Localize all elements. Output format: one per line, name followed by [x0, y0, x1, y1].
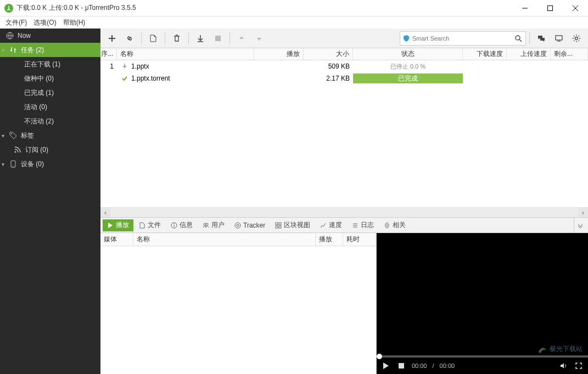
sidebar-item-downloading[interactable]: 正在下载 (1): [0, 57, 100, 71]
media-col-media[interactable]: 媒体: [100, 233, 133, 246]
tab-play[interactable]: 播放: [103, 219, 133, 231]
start-button[interactable]: [192, 31, 209, 46]
maximize-button[interactable]: [537, 0, 563, 16]
column-dl[interactable]: 下载速度: [463, 48, 507, 60]
media-col-duration[interactable]: 耗时: [343, 233, 376, 246]
search-icon[interactable]: [511, 35, 525, 42]
sidebar-label: 已完成 (1): [24, 88, 54, 98]
stop-playback-button[interactable]: [396, 361, 406, 371]
sidebar-label: 订阅 (0): [25, 145, 48, 155]
search-box[interactable]: [400, 31, 526, 46]
sidebar-item-devices[interactable]: ▾ 设备 (0): [0, 157, 100, 171]
window-title: 下载:0.0 K 上传:0.0 K - μTorrentPro 3.5.5: [16, 3, 512, 13]
seek-bar[interactable]: [377, 355, 588, 358]
remove-button[interactable]: [169, 31, 185, 46]
add-url-button[interactable]: [121, 31, 138, 46]
sidebar-label: Now: [18, 32, 31, 39]
menu-options[interactable]: 选项(O): [30, 17, 59, 29]
svg-point-19: [173, 223, 175, 224]
device-icon: [9, 160, 18, 168]
shield-icon: [400, 35, 412, 42]
svg-rect-32: [399, 363, 404, 369]
minimize-button[interactable]: [512, 0, 537, 16]
sidebar-item-active[interactable]: 活动 (0): [0, 100, 100, 114]
time-duration: 00:00: [440, 362, 455, 369]
settings-button[interactable]: [568, 31, 585, 46]
sidebar-item-now[interactable]: Now: [0, 29, 100, 43]
svg-point-8: [13, 166, 14, 167]
tab-trackers[interactable]: Tracker: [230, 219, 270, 231]
status-text: 已完成: [353, 73, 463, 83]
search-input[interactable]: [412, 35, 511, 42]
scroll-left-icon[interactable]: ‹: [100, 208, 110, 218]
column-size[interactable]: 大小: [304, 48, 353, 60]
sidebar-item-seeding[interactable]: 做种中 (0): [0, 71, 100, 86]
svg-rect-11: [215, 36, 221, 41]
tab-files[interactable]: 文件: [135, 219, 165, 231]
move-up-button[interactable]: [233, 31, 250, 46]
collapse-icon[interactable]: ▾: [0, 161, 5, 167]
tab-peers[interactable]: 用户: [198, 219, 229, 231]
sidebar-item-inactive[interactable]: 不活动 (2): [0, 114, 100, 128]
menu-help[interactable]: 帮助(H): [60, 17, 89, 29]
chat-button[interactable]: [533, 31, 550, 46]
column-ul[interactable]: 上传速度: [507, 48, 551, 60]
sidebar-item-labels[interactable]: ▾ 标签: [0, 128, 100, 143]
fullscreen-button[interactable]: [574, 361, 584, 371]
svg-point-16: [575, 37, 578, 39]
sidebar-label: 任务 (2): [21, 46, 44, 55]
play-button[interactable]: [381, 361, 391, 371]
sidebar-item-feeds[interactable]: 订阅 (0): [0, 143, 100, 157]
volume-button[interactable]: [558, 361, 568, 371]
svg-line-13: [519, 39, 522, 42]
remote-button[interactable]: [551, 31, 567, 46]
rss-icon: [13, 145, 22, 154]
collapse-icon[interactable]: ▾: [0, 47, 5, 53]
horizontal-scrollbar[interactable]: ‹ ›: [100, 207, 588, 217]
collapse-icon[interactable]: ▾: [0, 133, 5, 139]
add-torrent-button[interactable]: [104, 31, 120, 46]
tab-related[interactable]: 相关: [379, 219, 410, 231]
column-remaining[interactable]: 剩余...: [551, 48, 588, 60]
menu-file[interactable]: 文件(F): [2, 17, 30, 29]
video-canvas[interactable]: [377, 233, 588, 355]
column-name[interactable]: 名称: [117, 48, 254, 60]
sidebar-label: 正在下载 (1): [24, 60, 60, 69]
column-status[interactable]: 状态: [353, 48, 463, 60]
column-play[interactable]: 播放: [254, 48, 304, 60]
tab-info[interactable]: 信息: [166, 219, 197, 231]
stop-button[interactable]: [210, 31, 226, 46]
toolbar: [100, 29, 588, 48]
svg-point-22: [235, 223, 240, 228]
tab-log[interactable]: 日志: [348, 219, 378, 231]
cell-seq: [100, 72, 117, 84]
create-torrent-button[interactable]: [145, 31, 161, 46]
column-seq[interactable]: 序...: [100, 48, 117, 60]
torrent-row[interactable]: 1.pptx.torrent 2.17 KB 已完成: [100, 72, 588, 84]
svg-point-6: [15, 151, 16, 153]
sidebar: Now ▾ 任务 (2) 正在下载 (1) 做种中 (0) 已完成 (1) 活动…: [0, 29, 100, 374]
torrent-row[interactable]: 1 1.pptx 509 KB 已停止 0.0 %: [100, 60, 588, 72]
cell-seq: 1: [100, 60, 117, 72]
transfer-icon: [9, 46, 18, 54]
cell-size: 2.17 KB: [304, 72, 353, 84]
status-text: 已停止 0.0 %: [390, 63, 425, 71]
scroll-right-icon[interactable]: ›: [578, 208, 588, 218]
media-list: 媒体 名称 播放 耗时: [100, 233, 377, 374]
tab-speed[interactable]: 速度: [316, 219, 346, 231]
move-down-button[interactable]: [251, 31, 267, 46]
download-arrow-icon: [120, 62, 129, 71]
media-col-play[interactable]: 播放: [316, 233, 343, 246]
close-button[interactable]: [563, 0, 588, 16]
sidebar-item-completed[interactable]: 已完成 (1): [0, 86, 100, 100]
sidebar-item-tasks[interactable]: ▾ 任务 (2): [0, 43, 100, 57]
tab-pieces[interactable]: 区块视图: [271, 219, 315, 231]
app-logo-icon: [4, 4, 13, 13]
list-header: 序... 名称 播放 大小 状态 下载速度 上传速度 剩余...: [100, 48, 588, 60]
media-col-name[interactable]: 名称: [133, 233, 316, 246]
cell-name: 1.pptx: [117, 60, 254, 72]
titlebar: 下载:0.0 K 上传:0.0 K - μTorrentPro 3.5.5: [0, 0, 588, 16]
svg-rect-25: [279, 223, 281, 225]
tabs-overflow-button[interactable]: [574, 218, 586, 233]
svg-point-20: [204, 223, 206, 225]
